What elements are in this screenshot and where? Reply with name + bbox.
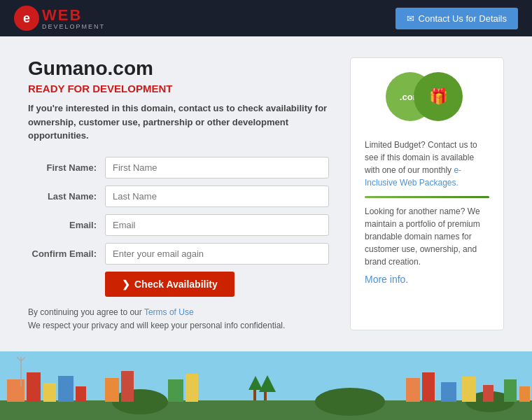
envelope-icon: ✉ [407,13,414,24]
terms-text: By continuing you agree to our Terms of … [28,307,329,317]
first-name-row: First Name: [28,157,329,178]
confirm-email-row: Confirm Email: [28,243,329,265]
gift-circle: 🎁 [414,72,463,121]
last-name-label: Last Name: [28,191,105,202]
ready-badge: READY FOR DEVELOPMENT [28,83,329,94]
email-label: Email: [28,220,105,230]
svg-rect-10 [105,378,119,402]
availability-form: First Name: Last Name: Email: Confirm Em… [28,157,329,297]
city-svg [0,351,532,421]
left-section: Gumano.com READY FOR DEVELOPMENT If you'… [28,57,329,330]
sidebar-divider [365,196,489,198]
privacy-text: We respect your privacy and will keep yo… [28,321,329,330]
sidebar-budget-text: Limited Budget? Contact us to see if thi… [365,139,489,189]
logo-sub: DEVELOPMENT [42,23,105,30]
logo-w: WEB [42,6,82,24]
first-name-input[interactable] [105,157,329,178]
check-availability-button[interactable]: ❯ Check Availability [105,272,234,297]
logo-circle: e [14,6,39,31]
terms-prefix: By continuing you agree to our [28,307,142,317]
svg-rect-6 [27,372,41,402]
confirm-email-input[interactable] [105,243,329,265]
domain-description: If you're interested in this domain, con… [28,102,329,143]
svg-point-3 [315,388,385,416]
svg-rect-15 [422,372,435,402]
header: e WEB DEVELOPMENT ✉ Contact Us for Detai… [0,0,532,36]
check-arrow-icon: ❯ [122,279,130,290]
logo-text: WEB [42,6,82,24]
svg-rect-1 [0,400,532,421]
confirm-email-label: Confirm Email: [28,248,105,259]
venn-diagram: .com 🎁 [365,72,489,128]
main-content: Gumano.com READY FOR DEVELOPMENT If you'… [0,36,532,351]
contact-button[interactable]: ✉ Contact Us for Details [396,8,518,29]
svg-rect-17 [462,377,476,402]
svg-rect-5 [7,379,24,402]
sidebar-portfolio-text: Looking for another name? We maintain a … [365,205,489,268]
svg-rect-18 [483,385,493,402]
first-name-label: First Name: [28,162,105,173]
check-btn-label: Check Availability [134,279,218,290]
contact-btn-label: Contact Us for Details [419,13,507,24]
email-input[interactable] [105,214,329,236]
svg-rect-12 [168,379,183,402]
city-strip [0,351,532,421]
svg-rect-11 [121,371,134,402]
more-info-link[interactable]: More info. [365,274,408,285]
svg-point-2 [112,389,168,414]
svg-rect-14 [406,378,420,402]
svg-rect-27 [253,390,256,400]
terms-link[interactable]: Terms of Use [144,307,194,317]
domain-title: Gumano.com [28,57,329,80]
svg-rect-9 [76,386,86,402]
email-row: Email: [28,214,329,236]
logo-area: e WEB DEVELOPMENT [14,6,105,31]
svg-rect-13 [186,374,198,402]
svg-rect-20 [519,386,530,402]
logo-e: e [23,11,30,26]
svg-rect-16 [441,382,456,402]
last-name-input[interactable] [105,186,329,207]
svg-rect-19 [504,379,517,402]
last-name-row: Last Name: [28,186,329,207]
sidebar: .com 🎁 Limited Budget? Contact us to see… [350,57,504,330]
logo-text-area: WEB DEVELOPMENT [42,6,105,30]
svg-rect-28 [264,392,267,400]
description-bold: If you're interested in this domain, con… [28,103,327,141]
svg-rect-7 [43,383,56,402]
svg-rect-8 [58,376,74,402]
